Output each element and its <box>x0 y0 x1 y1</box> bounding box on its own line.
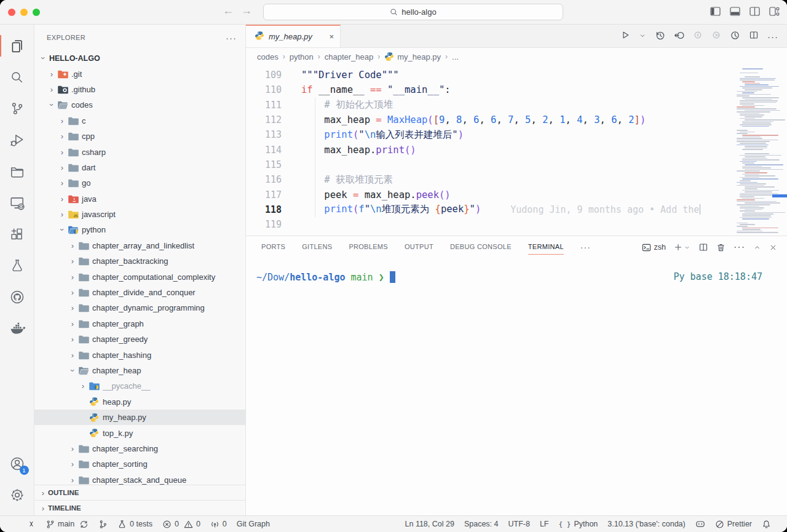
editor-more-actions[interactable]: ··· <box>767 31 778 42</box>
activity-github-icon[interactable] <box>0 281 34 312</box>
customize-layout-icon[interactable] <box>769 7 780 16</box>
tree-item-chapter-array-and-linkedlist[interactable]: chapter_array_and_linkedlist <box>34 238 245 253</box>
split-editor-icon[interactable] <box>749 30 759 42</box>
status-problems[interactable]: 00 <box>162 520 200 529</box>
panel-tab-gitlens[interactable]: GITLENS <box>302 240 332 255</box>
status-python-interpreter[interactable]: 3.10.13 ('base': conda) <box>607 520 685 528</box>
outline-section[interactable]: OUTLINE <box>34 485 245 500</box>
status-indentation[interactable]: Spaces: 4 <box>464 520 499 528</box>
nav-forward-button[interactable]: → <box>241 4 252 17</box>
tree-item-chapter-stack-and-queue[interactable]: chapter_stack_and_queue <box>34 472 245 485</box>
tree-item--git[interactable]: .git <box>34 66 245 81</box>
split-editor-icon[interactable] <box>749 7 760 16</box>
tree-item-dart[interactable]: dart <box>34 160 245 175</box>
activity-extensions-icon[interactable] <box>0 218 34 250</box>
run-dropdown-icon[interactable] <box>639 31 646 42</box>
status-language-mode[interactable]: { }Python <box>559 520 598 528</box>
tree-item-chapter-backtracking[interactable]: chapter_backtracking <box>34 253 245 269</box>
minimap[interactable] <box>733 65 787 236</box>
status-copilot[interactable] <box>695 519 705 529</box>
tree-root-hello-algo[interactable]: HELLO-ALGO <box>34 50 245 66</box>
activity-search-icon[interactable] <box>0 62 34 93</box>
status-git-graph-icon[interactable] <box>98 520 108 529</box>
minimize-window-button[interactable] <box>20 9 28 16</box>
tree-item-chapter-greedy[interactable]: chapter_greedy <box>34 332 245 347</box>
activity-run-debug-icon[interactable] <box>0 124 34 156</box>
timeline-section[interactable]: TIMELINE <box>34 500 245 515</box>
run-button[interactable] <box>620 30 630 42</box>
close-panel-icon[interactable] <box>769 244 777 252</box>
activity-remote-explorer-icon[interactable] <box>0 187 34 218</box>
kill-terminal-icon[interactable] <box>716 243 726 252</box>
tree-item-c[interactable]: c <box>34 113 245 129</box>
activity-testing-icon[interactable] <box>0 250 34 281</box>
terminal-shell-select[interactable]: zsh <box>642 243 666 252</box>
nav-back-button[interactable]: ← <box>223 4 234 17</box>
close-window-button[interactable] <box>8 9 15 16</box>
panel-tab-debug-console[interactable]: DEBUG CONSOLE <box>450 240 512 255</box>
new-terminal-icon[interactable] <box>674 243 690 252</box>
panel-tab-output[interactable]: OUTPUT <box>405 240 433 255</box>
breadcrumb-item[interactable]: chapter_heap <box>325 52 374 62</box>
breadcrumb-item[interactable]: codes <box>257 52 279 62</box>
status-notifications[interactable] <box>762 520 771 529</box>
tree-item-javascript[interactable]: JSjavascript <box>34 207 245 222</box>
status-ports[interactable]: 0 <box>210 520 227 529</box>
explorer-more-actions[interactable]: ··· <box>226 33 237 43</box>
activity-folder-view-icon[interactable] <box>0 156 34 187</box>
code-editor[interactable]: 109"""Driver Code"""110if __name__ == "_… <box>246 65 787 236</box>
breadcrumb-item[interactable]: python <box>290 52 314 62</box>
tree-item-chapter-hashing[interactable]: chapter_hashing <box>34 347 245 362</box>
close-tab-icon[interactable]: × <box>329 32 334 41</box>
compare-previous-icon[interactable] <box>674 30 684 43</box>
panel-tabs-more[interactable]: ··· <box>580 242 591 252</box>
tree-item-python[interactable]: python <box>34 222 245 237</box>
tree-item--pycache-[interactable]: __pycache__ <box>34 378 245 394</box>
breadcrumb-item[interactable]: ... <box>452 52 459 62</box>
status-remote-indicator[interactable] <box>27 520 36 528</box>
tree-item-chapter-heap[interactable]: chapter_heap <box>34 363 245 378</box>
tree-item-codes[interactable]: codes <box>34 97 245 113</box>
tree-item-java[interactable]: java <box>34 191 245 207</box>
tree-item--github[interactable]: .github <box>34 82 245 97</box>
zoom-window-button[interactable] <box>33 9 40 16</box>
gitlens-graph-icon[interactable] <box>730 30 740 43</box>
timeline-icon[interactable] <box>655 30 665 43</box>
tree-item-chapter-graph[interactable]: chapter_graph <box>34 316 245 332</box>
settings-gear-icon[interactable] <box>0 479 34 510</box>
accounts-icon[interactable]: 1 <box>0 448 34 479</box>
tree-item-my-heap-py[interactable]: my_heap.py <box>34 410 245 425</box>
panel-tab-ports[interactable]: PORTS <box>261 240 285 255</box>
split-terminal-icon[interactable] <box>698 242 708 252</box>
status-tests[interactable]: 0 tests <box>117 520 152 529</box>
panel-tab-problems[interactable]: PROBLEMS <box>349 240 388 255</box>
panel-tab-terminal[interactable]: TERMINAL <box>528 240 564 255</box>
tree-item-chapter-sorting[interactable]: chapter_sorting <box>34 456 245 472</box>
toggle-sidebar-icon[interactable] <box>710 7 721 16</box>
status-git-branch[interactable]: main <box>45 520 89 529</box>
tree-item-chapter-divide-and-conquer[interactable]: chapter_divide_and_conquer <box>34 285 245 300</box>
terminal[interactable]: ~/Dow/hello-algo main ❯ Py base 18:18:47 <box>246 258 787 515</box>
status-prettier[interactable]: Prettier <box>715 520 752 529</box>
tree-item-chapter-searching[interactable]: chapter_searching <box>34 441 245 456</box>
panel-more-actions[interactable]: ··· <box>734 242 745 253</box>
breadcrumb-item[interactable]: my_heap.py <box>384 52 441 62</box>
activity-explorer-icon[interactable] <box>0 30 34 62</box>
tab-my-heap[interactable]: my_heap.py × <box>246 25 341 47</box>
previous-change-icon[interactable] <box>693 30 703 42</box>
activity-source-control-icon[interactable] <box>0 93 34 124</box>
status-eol[interactable]: LF <box>540 520 549 528</box>
tree-item-chapter-dynamic-programming[interactable]: chapter_dynamic_programming <box>34 300 245 316</box>
tree-item-go[interactable]: go <box>34 175 245 191</box>
status-cursor-position[interactable]: Ln 118, Col 29 <box>405 520 454 528</box>
maximize-panel-icon[interactable] <box>753 244 761 252</box>
status-git-graph-text[interactable]: Git Graph <box>237 520 270 528</box>
activity-docker-icon[interactable] <box>0 312 34 344</box>
tree-item-cpp[interactable]: cpp <box>34 129 245 144</box>
toggle-panel-icon[interactable] <box>730 7 740 16</box>
command-center-search[interactable]: hello-algo <box>263 4 563 20</box>
next-change-icon[interactable] <box>711 30 721 42</box>
status-encoding[interactable]: UTF-8 <box>508 520 530 528</box>
tree-item-csharp[interactable]: csharp <box>34 144 245 159</box>
tree-item-top-k-py[interactable]: top_k.py <box>34 425 245 440</box>
